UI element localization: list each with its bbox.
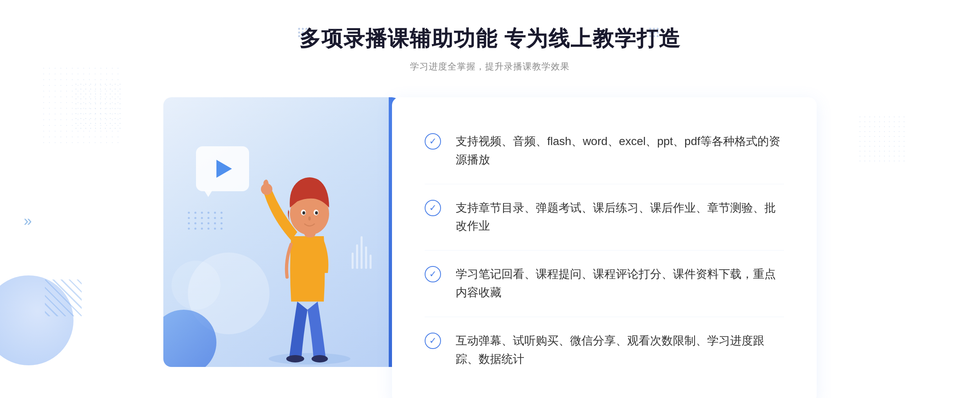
feature-item: ✓ 学习笔记回看、课程提问、课程评论打分、课件资料下载，重点内容收藏 (425, 250, 784, 317)
check-mark-4: ✓ (429, 336, 437, 345)
chevron-left-decoration: » (24, 212, 32, 230)
illustration-card (163, 97, 400, 367)
svg-point-0 (269, 353, 350, 364)
check-circle-2: ✓ (425, 200, 441, 216)
feature-item: ✓ 支持视频、音频、flash、word、excel、ppt、pdf等各种格式的… (425, 118, 784, 184)
svg-point-8 (303, 211, 305, 215)
feature-item: ✓ 支持章节目录、弹题考试、课后练习、课后作业、章节测验、批改作业 (425, 184, 784, 251)
svg-point-1 (286, 355, 304, 362)
feature-text-4: 互动弹幕、试听购买、微信分享、观看次数限制、学习进度跟踪、数据统计 (456, 332, 784, 369)
feature-text-3: 学习笔记回看、课程提问、课程评论打分、课件资料下载，重点内容收藏 (456, 265, 784, 302)
header-section: 多项录播课辅助功能 专为线上教学打造 学习进度全掌握，提升录播课教学效果 (299, 25, 681, 73)
check-circle-4: ✓ (425, 333, 441, 349)
check-mark-3: ✓ (429, 270, 437, 279)
feature-text-1: 支持视频、音频、flash、word、excel、ppt、pdf等各种格式的资源… (456, 132, 784, 169)
check-circle-1: ✓ (425, 133, 441, 150)
bg-dots-left (74, 82, 122, 131)
deco-dots-grid (188, 212, 224, 230)
illustration-wrapper (163, 97, 400, 398)
check-mark-1: ✓ (429, 137, 437, 146)
deco-circle-medium (172, 261, 220, 310)
bg-dots-right (858, 114, 906, 163)
page-title: 多项录播课辅助功能 专为线上教学打造 (299, 25, 681, 53)
feature-item: ✓ 互动弹幕、试听购买、微信分享、观看次数限制、学习进度跟踪、数据统计 (425, 317, 784, 383)
feature-text-2: 支持章节目录、弹题考试、课后练习、课后作业、章节测验、批改作业 (456, 199, 784, 236)
check-mark-2: ✓ (429, 203, 437, 212)
play-icon (216, 160, 232, 178)
content-area: ✓ 支持视频、音频、flash、word、excel、ppt、pdf等各种格式的… (163, 97, 817, 398)
check-circle-3: ✓ (425, 266, 441, 282)
person-figure (240, 146, 379, 367)
stripe-decoration (45, 279, 82, 316)
svg-point-2 (312, 355, 328, 362)
page-subtitle: 学习进度全掌握，提升录播课教学效果 (299, 60, 681, 73)
svg-point-3 (261, 183, 272, 195)
svg-point-9 (315, 211, 318, 215)
features-panel: ✓ 支持视频、音频、flash、word、excel、ppt、pdf等各种格式的… (392, 97, 817, 398)
page-container: » 多项录播课辅助功能 专为线上教学打造 学习进度全掌握，提升录播课教学效果 (0, 0, 980, 398)
